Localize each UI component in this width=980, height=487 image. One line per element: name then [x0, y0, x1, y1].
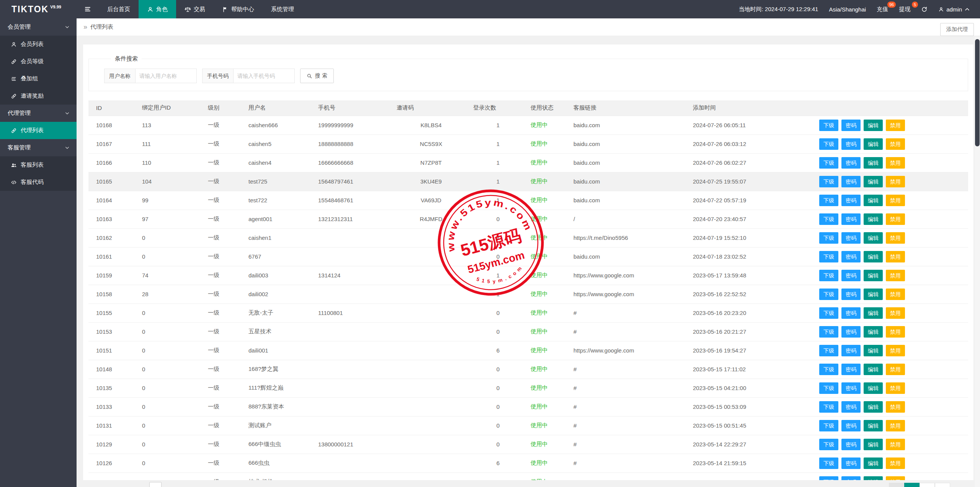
disable-button[interactable]: 禁用 — [886, 439, 905, 450]
disable-button[interactable]: 禁用 — [886, 382, 905, 394]
subordinate-button[interactable]: 下级 — [819, 476, 838, 480]
subordinate-button[interactable]: 下级 — [819, 232, 838, 244]
password-button[interactable]: 密码 — [841, 439, 861, 450]
sidebar-item-代理列表[interactable]: 代理列表 — [0, 122, 77, 139]
password-button[interactable]: 密码 — [841, 364, 861, 375]
edit-button[interactable]: 编辑 — [864, 345, 883, 356]
password-button[interactable]: 密码 — [841, 289, 861, 300]
refresh-icon[interactable] — [921, 6, 928, 13]
recharge-button[interactable]: 充值 96 — [877, 6, 888, 13]
admin-user-menu[interactable]: admin — [938, 6, 970, 13]
sidebar-group-header[interactable]: 会员管理 — [0, 18, 77, 36]
edit-button[interactable]: 编辑 — [864, 326, 883, 338]
password-button[interactable]: 密码 — [841, 345, 861, 356]
disable-button[interactable]: 禁用 — [886, 401, 905, 413]
edit-button[interactable]: 编辑 — [864, 420, 883, 431]
sidebar-item-客服代码[interactable]: 客服代码 — [0, 174, 77, 191]
subordinate-button[interactable]: 下级 — [819, 307, 838, 319]
password-button[interactable]: 密码 — [841, 176, 861, 187]
sidebar-item-叠加组[interactable]: 叠加组 — [0, 70, 77, 87]
pagination-page-3[interactable]: 3 — [935, 483, 950, 487]
password-button[interactable]: 密码 — [841, 120, 861, 131]
disable-button[interactable]: 禁用 — [886, 213, 905, 225]
password-button[interactable]: 密码 — [841, 195, 861, 206]
subordinate-button[interactable]: 下级 — [819, 420, 838, 431]
nav-item-system[interactable]: 系统管理 — [263, 0, 302, 18]
nav-item-trade[interactable]: 交易 — [176, 0, 214, 18]
edit-button[interactable]: 编辑 — [864, 457, 883, 469]
pagination-page-2[interactable]: 2 — [920, 483, 935, 487]
disable-button[interactable]: 禁用 — [886, 457, 905, 469]
disable-button[interactable]: 禁用 — [886, 138, 905, 150]
page-jump-box[interactable] — [149, 482, 162, 487]
edit-button[interactable]: 编辑 — [864, 439, 883, 450]
edit-button[interactable]: 编辑 — [864, 176, 883, 187]
subordinate-button[interactable]: 下级 — [819, 195, 838, 206]
password-button[interactable]: 密码 — [841, 138, 861, 150]
disable-button[interactable]: 禁用 — [886, 120, 905, 131]
edit-button[interactable]: 编辑 — [864, 138, 883, 150]
disable-button[interactable]: 禁用 — [886, 420, 905, 431]
edit-button[interactable]: 编辑 — [864, 307, 883, 319]
sidebar-item-会员列表[interactable]: 会员列表 — [0, 36, 77, 53]
disable-button[interactable]: 禁用 — [886, 289, 905, 300]
nav-item-home[interactable]: 后台首页 — [99, 0, 139, 18]
edit-button[interactable]: 编辑 — [864, 120, 883, 131]
subordinate-button[interactable]: 下级 — [819, 213, 838, 225]
subordinate-button[interactable]: 下级 — [819, 439, 838, 450]
password-button[interactable]: 密码 — [841, 401, 861, 413]
disable-button[interactable]: 禁用 — [886, 270, 905, 281]
subordinate-button[interactable]: 下级 — [819, 176, 838, 187]
password-button[interactable]: 密码 — [841, 232, 861, 244]
collapse-menu-icon[interactable] — [77, 0, 99, 18]
subordinate-button[interactable]: 下级 — [819, 157, 838, 169]
sidebar-item-客服列表[interactable]: 客服列表 — [0, 156, 77, 174]
subordinate-button[interactable]: 下级 — [819, 289, 838, 300]
password-button[interactable]: 密码 — [841, 382, 861, 394]
disable-button[interactable]: 禁用 — [886, 232, 905, 244]
subordinate-button[interactable]: 下级 — [819, 364, 838, 375]
edit-button[interactable]: 编辑 — [864, 251, 883, 262]
sidebar-item-邀请奖励[interactable]: 邀请奖励 — [0, 87, 77, 105]
disable-button[interactable]: 禁用 — [886, 307, 905, 319]
subordinate-button[interactable]: 下级 — [819, 251, 838, 262]
disable-button[interactable]: 禁用 — [886, 157, 905, 169]
sidebar-group-header[interactable]: 代理管理 — [0, 105, 77, 122]
subordinate-button[interactable]: 下级 — [819, 270, 838, 281]
phone-input[interactable] — [234, 69, 295, 83]
edit-button[interactable]: 编辑 — [864, 232, 883, 244]
sidebar-group-header[interactable]: 客服管理 — [0, 139, 77, 156]
scrollbar-thumb[interactable] — [975, 39, 980, 146]
edit-button[interactable]: 编辑 — [864, 476, 883, 480]
disable-button[interactable]: 禁用 — [886, 345, 905, 356]
password-button[interactable]: 密码 — [841, 270, 861, 281]
password-button[interactable]: 密码 — [841, 213, 861, 225]
username-input[interactable] — [136, 69, 197, 83]
edit-button[interactable]: 编辑 — [864, 195, 883, 206]
withdraw-button[interactable]: 提现 5 — [899, 6, 910, 13]
password-button[interactable]: 密码 — [841, 476, 861, 480]
sidebar-item-会员等级[interactable]: 会员等级 — [0, 53, 77, 70]
password-button[interactable]: 密码 — [841, 457, 861, 469]
edit-button[interactable]: 编辑 — [864, 401, 883, 413]
edit-button[interactable]: 编辑 — [864, 157, 883, 169]
search-button[interactable]: 搜 索 — [300, 69, 334, 83]
subordinate-button[interactable]: 下级 — [819, 120, 838, 131]
subordinate-button[interactable]: 下级 — [819, 326, 838, 338]
password-button[interactable]: 密码 — [841, 420, 861, 431]
subordinate-button[interactable]: 下级 — [819, 345, 838, 356]
nav-item-role[interactable]: 角色 — [139, 0, 176, 18]
subordinate-button[interactable]: 下级 — [819, 382, 838, 394]
password-button[interactable]: 密码 — [841, 326, 861, 338]
disable-button[interactable]: 禁用 — [886, 251, 905, 262]
password-button[interactable]: 密码 — [841, 251, 861, 262]
disable-button[interactable]: 禁用 — [886, 176, 905, 187]
pagination-prev[interactable] — [889, 483, 904, 487]
scrollbar[interactable] — [975, 37, 980, 487]
edit-button[interactable]: 编辑 — [864, 382, 883, 394]
subordinate-button[interactable]: 下级 — [819, 457, 838, 469]
add-agent-button[interactable]: 添加代理 — [940, 23, 974, 36]
disable-button[interactable]: 禁用 — [886, 364, 905, 375]
pagination-page-1[interactable]: 1 — [904, 483, 920, 487]
disable-button[interactable]: 禁用 — [886, 326, 905, 338]
